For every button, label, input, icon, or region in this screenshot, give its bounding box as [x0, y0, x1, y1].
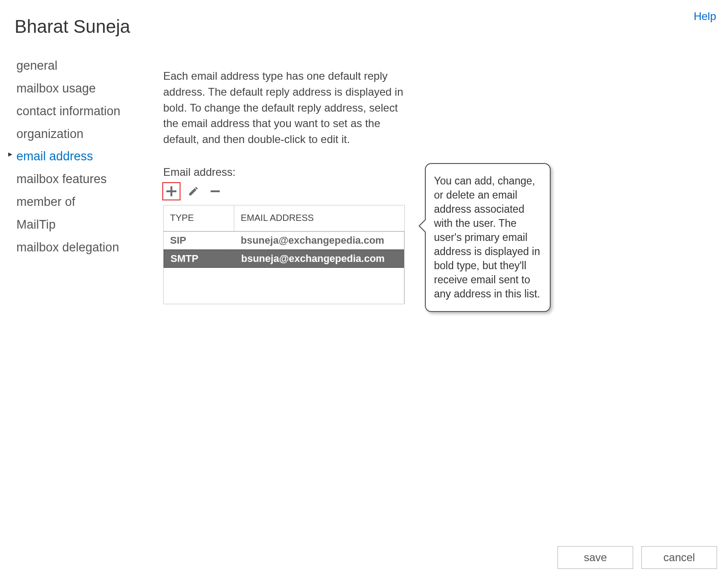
help-callout: You can add, change, or delete an email … — [425, 163, 551, 312]
save-button[interactable]: save — [558, 546, 633, 569]
svg-rect-1 — [166, 190, 176, 192]
column-header-type[interactable]: TYPE — [164, 205, 234, 231]
sidebar-item-organization[interactable]: organization — [8, 123, 145, 146]
pencil-icon — [187, 185, 199, 197]
sidebar-item-email-address[interactable]: email address — [8, 145, 145, 168]
email-address-table: TYPE EMAIL ADDRESS SIP bsuneja@exchangep… — [163, 205, 405, 304]
description-text: Each email address type has one default … — [163, 68, 409, 148]
table-body: SIP bsuneja@exchangepedia.com SMTP bsune… — [164, 231, 404, 304]
sidebar-item-contact-information[interactable]: contact information — [8, 100, 145, 123]
sidebar-item-mailtip[interactable]: MailTip — [8, 214, 145, 236]
table-row[interactable]: SIP bsuneja@exchangepedia.com — [164, 231, 404, 250]
sidebar-item-mailbox-delegation[interactable]: mailbox delegation — [8, 236, 145, 259]
cell-type: SIP — [164, 235, 234, 246]
sidebar-item-mailbox-usage[interactable]: mailbox usage — [8, 77, 145, 100]
minus-icon — [209, 185, 221, 197]
remove-button[interactable] — [206, 182, 224, 200]
svg-rect-2 — [211, 190, 220, 192]
table-header: TYPE EMAIL ADDRESS — [164, 205, 404, 231]
sidebar-item-general[interactable]: general — [8, 55, 145, 77]
add-button[interactable] — [162, 182, 181, 200]
plus-icon — [165, 185, 177, 197]
main-panel: Each email address type has one default … — [163, 68, 409, 304]
cell-type: SMTP — [164, 253, 235, 265]
cell-address: bsuneja@exchangepedia.com — [234, 235, 404, 246]
cell-address: bsuneja@exchangepedia.com — [235, 253, 403, 265]
email-address-label: Email address: — [163, 166, 409, 179]
footer-buttons: save cancel — [558, 546, 717, 569]
email-address-toolbar — [162, 182, 409, 200]
help-link[interactable]: Help — [694, 10, 716, 23]
cancel-button[interactable]: cancel — [641, 546, 717, 569]
table-row[interactable]: SMTP bsuneja@exchangepedia.com — [164, 250, 404, 268]
page-title: Bharat Suneja — [15, 16, 130, 37]
sidebar: general mailbox usage contact informatio… — [8, 55, 145, 259]
sidebar-item-member-of[interactable]: member of — [8, 191, 145, 214]
sidebar-item-mailbox-features[interactable]: mailbox features — [8, 168, 145, 191]
column-header-address[interactable]: EMAIL ADDRESS — [234, 213, 404, 223]
edit-button[interactable] — [184, 182, 202, 200]
